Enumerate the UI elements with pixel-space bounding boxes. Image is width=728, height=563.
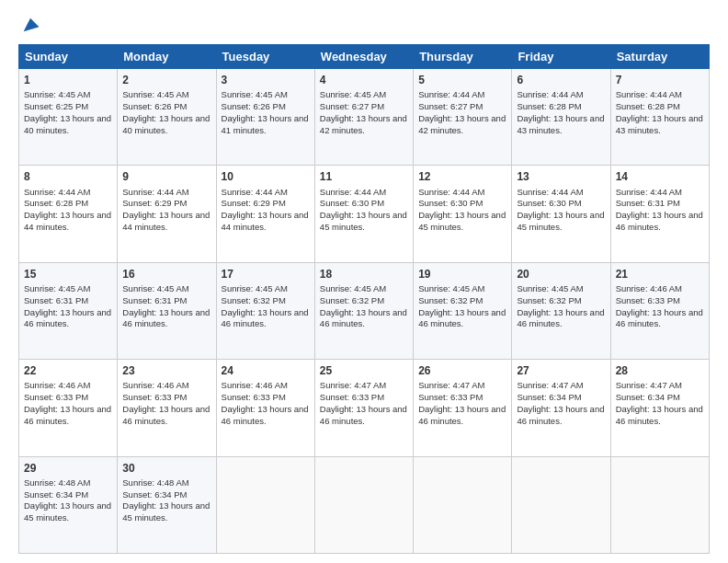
- daylight-text: Daylight: 13 hours and 46 minutes.: [616, 307, 703, 329]
- sunrise-text: Sunrise: 4:48 AM: [24, 477, 90, 488]
- calendar-cell: 5Sunrise: 4:44 AMSunset: 6:27 PMDaylight…: [414, 69, 512, 166]
- sunrise-text: Sunrise: 4:45 AM: [122, 89, 188, 99]
- calendar-cell: 7Sunrise: 4:44 AMSunset: 6:28 PMDaylight…: [610, 69, 709, 166]
- day-number: 3: [222, 73, 310, 87]
- calendar-cell: 17Sunrise: 4:45 AMSunset: 6:32 PMDayligh…: [216, 262, 314, 359]
- weekday-header: Tuesday: [216, 45, 314, 69]
- daylight-text: Daylight: 13 hours and 40 minutes.: [122, 113, 210, 135]
- sunrise-text: Sunrise: 4:46 AM: [222, 380, 288, 390]
- daylight-text: Daylight: 13 hours and 46 minutes.: [122, 307, 210, 329]
- day-number: 21: [616, 267, 704, 282]
- sunset-text: Sunset: 6:34 PM: [517, 392, 581, 402]
- daylight-text: Daylight: 13 hours and 45 minutes.: [517, 210, 604, 232]
- sunrise-text: Sunrise: 4:44 AM: [24, 187, 90, 197]
- sunrise-text: Sunrise: 4:47 AM: [616, 380, 682, 390]
- sunset-text: Sunset: 6:28 PM: [24, 198, 88, 208]
- day-number: 19: [418, 267, 506, 282]
- calendar-week-row: 29Sunrise: 4:48 AMSunset: 6:34 PMDayligh…: [19, 456, 710, 553]
- day-number: 7: [616, 73, 704, 87]
- day-number: 22: [24, 363, 112, 378]
- calendar-cell: 2Sunrise: 4:45 AMSunset: 6:26 PMDaylight…: [118, 69, 216, 166]
- calendar-cell: 18Sunrise: 4:45 AMSunset: 6:32 PMDayligh…: [314, 262, 413, 359]
- logo-icon: [20, 15, 40, 35]
- daylight-text: Daylight: 13 hours and 41 minutes.: [222, 113, 309, 135]
- daylight-text: Daylight: 13 hours and 46 minutes.: [122, 404, 210, 426]
- calendar-week-row: 8Sunrise: 4:44 AMSunset: 6:28 PMDaylight…: [19, 166, 710, 262]
- sunset-text: Sunset: 6:27 PM: [320, 101, 384, 111]
- calendar-cell: 23Sunrise: 4:46 AMSunset: 6:33 PMDayligh…: [118, 360, 216, 456]
- calendar-week-row: 22Sunrise: 4:46 AMSunset: 6:33 PMDayligh…: [19, 360, 710, 456]
- day-number: 9: [122, 169, 210, 184]
- sunrise-text: Sunrise: 4:47 AM: [517, 380, 583, 390]
- calendar-cell: [216, 456, 314, 553]
- sunrise-text: Sunrise: 4:44 AM: [418, 187, 484, 197]
- daylight-text: Daylight: 13 hours and 40 minutes.: [24, 113, 111, 135]
- calendar-cell: [610, 456, 709, 553]
- daylight-text: Daylight: 13 hours and 45 minutes.: [320, 210, 407, 232]
- calendar-cell: 16Sunrise: 4:45 AMSunset: 6:31 PMDayligh…: [118, 262, 216, 359]
- daylight-text: Daylight: 13 hours and 46 minutes.: [222, 307, 309, 329]
- daylight-text: Daylight: 13 hours and 46 minutes.: [418, 404, 506, 426]
- sunrise-text: Sunrise: 4:45 AM: [517, 283, 583, 293]
- weekday-header: Saturday: [610, 45, 709, 69]
- daylight-text: Daylight: 13 hours and 46 minutes.: [24, 307, 111, 329]
- day-number: 14: [616, 169, 704, 184]
- calendar-week-row: 15Sunrise: 4:45 AMSunset: 6:31 PMDayligh…: [19, 262, 710, 359]
- daylight-text: Daylight: 13 hours and 45 minutes.: [24, 500, 111, 523]
- daylight-text: Daylight: 13 hours and 46 minutes.: [222, 404, 309, 426]
- calendar-cell: 25Sunrise: 4:47 AMSunset: 6:33 PMDayligh…: [314, 360, 413, 456]
- calendar-cell: 22Sunrise: 4:46 AMSunset: 6:33 PMDayligh…: [19, 360, 118, 456]
- sunrise-text: Sunrise: 4:45 AM: [222, 283, 288, 293]
- sunrise-text: Sunrise: 4:44 AM: [616, 89, 682, 99]
- sunset-text: Sunset: 6:33 PM: [222, 392, 286, 402]
- sunrise-text: Sunrise: 4:47 AM: [418, 380, 484, 390]
- sunset-text: Sunset: 6:31 PM: [24, 295, 88, 305]
- day-number: 26: [418, 363, 506, 378]
- weekday-header: Thursday: [414, 45, 512, 69]
- sunrise-text: Sunrise: 4:46 AM: [122, 380, 188, 390]
- calendar-body: 1Sunrise: 4:45 AMSunset: 6:25 PMDaylight…: [19, 69, 710, 554]
- sunrise-text: Sunrise: 4:45 AM: [222, 89, 288, 99]
- day-number: 4: [320, 73, 408, 87]
- sunrise-text: Sunrise: 4:47 AM: [320, 380, 386, 390]
- sunrise-text: Sunrise: 4:45 AM: [320, 89, 386, 99]
- sunset-text: Sunset: 6:25 PM: [24, 101, 88, 111]
- logo: [18, 15, 40, 35]
- daylight-text: Daylight: 13 hours and 46 minutes.: [24, 404, 111, 426]
- calendar-cell: 13Sunrise: 4:44 AMSunset: 6:30 PMDayligh…: [512, 166, 610, 262]
- weekday-header: Sunday: [19, 45, 118, 69]
- daylight-text: Daylight: 13 hours and 43 minutes.: [517, 113, 604, 135]
- calendar-cell: 9Sunrise: 4:44 AMSunset: 6:29 PMDaylight…: [118, 166, 216, 262]
- day-number: 29: [24, 461, 112, 476]
- sunset-text: Sunset: 6:32 PM: [320, 295, 384, 305]
- day-number: 18: [320, 267, 408, 282]
- weekday-header: Friday: [512, 45, 610, 69]
- day-number: 12: [418, 169, 506, 184]
- sunrise-text: Sunrise: 4:46 AM: [24, 380, 90, 390]
- daylight-text: Daylight: 13 hours and 42 minutes.: [418, 113, 506, 135]
- sunset-text: Sunset: 6:33 PM: [320, 392, 384, 402]
- daylight-text: Daylight: 13 hours and 43 minutes.: [616, 113, 703, 135]
- sunset-text: Sunset: 6:34 PM: [24, 489, 88, 500]
- svg-marker-0: [24, 18, 40, 32]
- sunset-text: Sunset: 6:32 PM: [222, 295, 286, 305]
- sunset-text: Sunset: 6:33 PM: [24, 392, 88, 402]
- calendar-cell: 27Sunrise: 4:47 AMSunset: 6:34 PMDayligh…: [512, 360, 610, 456]
- calendar-table: SundayMondayTuesdayWednesdayThursdayFrid…: [18, 44, 710, 554]
- day-number: 6: [517, 73, 605, 87]
- daylight-text: Daylight: 13 hours and 44 minutes.: [222, 210, 309, 232]
- sunrise-text: Sunrise: 4:44 AM: [418, 89, 484, 99]
- day-number: 2: [122, 73, 210, 87]
- sunrise-text: Sunrise: 4:44 AM: [122, 187, 188, 197]
- sunset-text: Sunset: 6:34 PM: [616, 392, 680, 402]
- sunrise-text: Sunrise: 4:46 AM: [616, 283, 682, 293]
- day-number: 13: [517, 169, 605, 184]
- calendar-header-row: SundayMondayTuesdayWednesdayThursdayFrid…: [19, 45, 710, 69]
- day-number: 5: [418, 73, 506, 87]
- sunrise-text: Sunrise: 4:45 AM: [24, 89, 90, 99]
- day-number: 23: [122, 363, 210, 378]
- sunset-text: Sunset: 6:30 PM: [517, 198, 581, 208]
- calendar-cell: 3Sunrise: 4:45 AMSunset: 6:26 PMDaylight…: [216, 69, 314, 166]
- calendar-cell: 14Sunrise: 4:44 AMSunset: 6:31 PMDayligh…: [610, 166, 709, 262]
- daylight-text: Daylight: 13 hours and 45 minutes.: [418, 210, 506, 232]
